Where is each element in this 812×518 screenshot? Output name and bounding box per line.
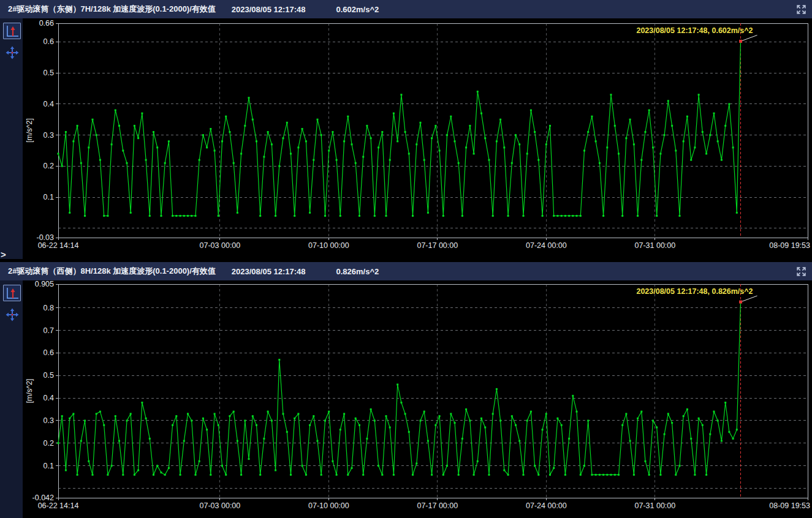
- svg-text:0.3: 0.3: [44, 131, 54, 140]
- svg-text:07-24 00:00: 07-24 00:00: [526, 501, 567, 510]
- svg-text:07-17 00:00: 07-17 00:00: [417, 241, 458, 250]
- svg-text:[m/s^2]: [m/s^2]: [25, 118, 34, 143]
- panel-title: 2#驱动滚筒（东侧）7H/128k 加速度波形(0.1-2000)/有效值: [8, 4, 216, 15]
- expand-icon[interactable]: [794, 2, 808, 16]
- panel-title: 2#驱动滚筒（西侧）8H/128k 加速度波形(0.1-2000)/有效值: [8, 266, 216, 277]
- chart-area-west: 06-22 14:1407-03 00:0007-10 00:0007-17 0…: [0, 280, 812, 518]
- svg-text:07-10 00:00: 07-10 00:00: [308, 501, 349, 510]
- svg-text:-0.03: -0.03: [37, 233, 55, 242]
- chart-panel-east: 2#驱动滚筒（东侧）7H/128k 加速度波形(0.1-2000)/有效值 20…: [0, 0, 812, 259]
- svg-text:0.1: 0.1: [44, 193, 54, 201]
- vibration-monitor-page: 2#驱动滚筒（东侧）7H/128k 加速度波形(0.1-2000)/有效值 20…: [0, 0, 812, 518]
- svg-text:0.6: 0.6: [44, 37, 54, 46]
- svg-text:0.8: 0.8: [44, 304, 54, 312]
- svg-text:2023/08/05 12:17:48, 0.826m/s^: 2023/08/05 12:17:48, 0.826m/s^2: [636, 287, 753, 296]
- svg-text:0.1: 0.1: [44, 462, 54, 470]
- svg-text:07-03 00:00: 07-03 00:00: [200, 501, 241, 510]
- svg-text:0.2: 0.2: [44, 439, 54, 448]
- svg-text:07-03 00:00: 07-03 00:00: [200, 241, 241, 250]
- svg-text:2023/08/05 12:17:48, 0.602m/s^: 2023/08/05 12:17:48, 0.602m/s^2: [636, 26, 753, 35]
- svg-text:0.3: 0.3: [44, 416, 54, 425]
- svg-text:0.4: 0.4: [44, 394, 54, 402]
- expand-icon[interactable]: [794, 265, 808, 278]
- panel-timestamp: 2023/08/05 12:17:48: [232, 267, 306, 276]
- svg-text:0.2: 0.2: [44, 162, 54, 170]
- svg-text:07-17 00:00: 07-17 00:00: [417, 501, 458, 510]
- svg-text:0.5: 0.5: [44, 69, 54, 77]
- svg-text:0.6: 0.6: [44, 348, 54, 357]
- svg-text:06-22 14:14: 06-22 14:14: [38, 241, 79, 250]
- panel-current-value: 0.602m/s^2: [336, 5, 379, 14]
- svg-text:08-09 19:53: 08-09 19:53: [769, 501, 810, 510]
- svg-text:07-31 00:00: 07-31 00:00: [635, 241, 676, 250]
- panel-titlebar: 2#驱动滚筒（西侧）8H/128k 加速度波形(0.1-2000)/有效值 20…: [0, 262, 812, 280]
- svg-text:0.905: 0.905: [35, 280, 54, 288]
- chart-area-east: 06-22 14:1407-03 00:0007-10 00:0007-17 0…: [0, 18, 812, 259]
- svg-text:[m/s^2]: [m/s^2]: [25, 379, 34, 404]
- svg-text:08-09 19:53: 08-09 19:53: [769, 241, 810, 250]
- waveform-plot-west[interactable]: 06-22 14:1407-03 00:0007-10 00:0007-17 0…: [0, 280, 812, 518]
- svg-text:0.66: 0.66: [39, 19, 54, 28]
- panel-timestamp: 2023/08/05 12:17:48: [232, 5, 306, 14]
- svg-text:07-24 00:00: 07-24 00:00: [526, 241, 567, 250]
- svg-text:0.5: 0.5: [44, 371, 54, 380]
- svg-text:07-10 00:00: 07-10 00:00: [308, 241, 349, 250]
- waveform-plot-east[interactable]: 06-22 14:1407-03 00:0007-10 00:0007-17 0…: [0, 18, 812, 259]
- svg-text:07-31 00:00: 07-31 00:00: [635, 501, 676, 510]
- svg-text:0.4: 0.4: [44, 100, 54, 108]
- svg-text:06-22 14:14: 06-22 14:14: [38, 501, 79, 510]
- panel-titlebar: 2#驱动滚筒（东侧）7H/128k 加速度波形(0.1-2000)/有效值 20…: [0, 0, 812, 18]
- chart-panel-west: 2#驱动滚筒（西侧）8H/128k 加速度波形(0.1-2000)/有效值 20…: [0, 262, 812, 518]
- svg-text:0.7: 0.7: [44, 326, 54, 335]
- collapse-chevron[interactable]: >: [1, 250, 6, 259]
- svg-text:-0.042: -0.042: [32, 494, 54, 502]
- panel-current-value: 0.826m/s^2: [336, 267, 379, 276]
